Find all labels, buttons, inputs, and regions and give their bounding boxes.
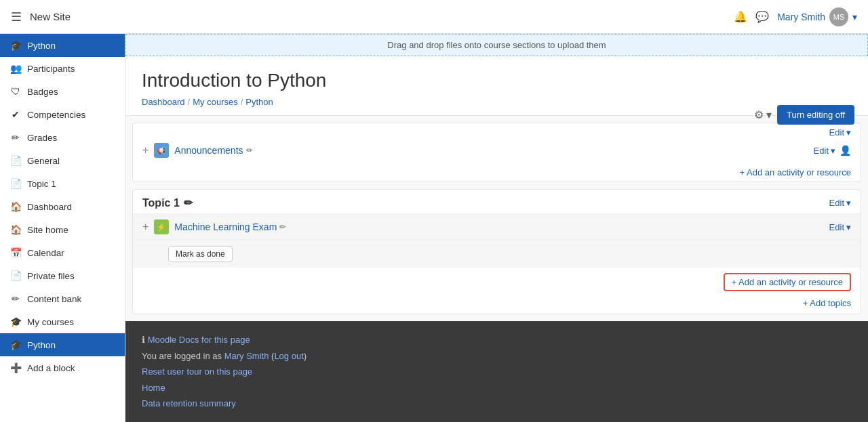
reset-tour-link[interactable]: Reset user tour on this page [142, 366, 252, 377]
forum-icon: 📢 [154, 143, 169, 158]
drag-banner-text: Drag and drop files onto course sections… [387, 40, 606, 50]
sidebar-item-content-bank[interactable]: ✏ Content bank [0, 287, 125, 310]
breadcrumb-sep-1: / [188, 97, 191, 107]
ml-exam-plus-icon[interactable]: + [142, 221, 149, 233]
course-title: Introduction to Python [142, 70, 852, 91]
file-icon: 📄 [9, 270, 22, 281]
announcements-add-activity-row: + Add an activity or resource [133, 163, 861, 182]
sidebar-item-my-courses[interactable]: 🎓 My courses [0, 310, 125, 333]
sidebar-item-competencies[interactable]: ✔ Competencies [0, 103, 125, 126]
gear-button[interactable]: ⚙ ▾ [754, 108, 772, 121]
sidebar-item-calendar[interactable]: 📅 Calendar [0, 241, 125, 264]
user-name: Mary Smith [777, 12, 825, 22]
sidebar-item-label: Site home [27, 225, 68, 235]
sidebar-item-label: General [27, 156, 60, 166]
topbar: ☰ New Site 🔔 💬 Mary Smith MS ▾ [0, 0, 868, 34]
breadcrumb-python[interactable]: Python [245, 97, 273, 107]
sidebar-item-label: Python [27, 41, 56, 51]
ml-exam-edit-label: Edit [829, 222, 844, 232]
sidebar-item-topic1[interactable]: 📄 Topic 1 [0, 172, 125, 195]
graduation-icon: 🎓 [9, 40, 22, 51]
bell-icon[interactable]: 🔔 [734, 10, 747, 23]
sidebar-item-label: Dashboard [27, 202, 72, 212]
python-icon: 🎓 [9, 339, 22, 350]
info-icon: ℹ [142, 335, 145, 345]
sidebar-item-python-top[interactable]: 🎓 Python [0, 34, 125, 57]
quiz-icon: ⚡ [154, 219, 169, 234]
sidebar-item-site-home[interactable]: 🏠 Site home [0, 218, 125, 241]
course-header-wrap: Introduction to Python Dashboard / My co… [125, 56, 868, 116]
moodle-docs-link[interactable]: Moodle Docs for this page [148, 335, 250, 345]
breadcrumb-my-courses[interactable]: My courses [193, 97, 237, 107]
announcements-item-edit-caret: ▾ [831, 146, 835, 156]
topic1-pencil-icon[interactable]: ✏ [184, 196, 193, 209]
topic1-edit-link[interactable]: Edit ▾ [829, 198, 851, 208]
drag-drop-banner: Drag and drop files onto course sections… [125, 34, 868, 56]
logged-in-prefix: You are logged in as [142, 351, 224, 361]
sidebar-item-dashboard[interactable]: 🏠 Dashboard [0, 195, 125, 218]
add-topics-link[interactable]: + Add topics [803, 298, 851, 308]
doc-icon: 📄 [9, 155, 22, 166]
topic1-add-activity-button[interactable]: + Add an activity or resource [724, 273, 851, 291]
announcements-add-activity-link[interactable]: + Add an activity or resource [740, 167, 851, 177]
participants-icon: 👥 [9, 63, 22, 74]
mark-done-button[interactable]: Mark as done [168, 246, 233, 262]
sidebar-item-python-bottom[interactable]: 🎓 Python [0, 333, 125, 356]
sidebar-item-grades[interactable]: ✏ Grades [0, 126, 125, 149]
topic1-section: Topic 1 ✏ Edit ▾ + ⚡ Machine Learning Ex… [132, 189, 861, 314]
announcements-item-edit-label: Edit [814, 146, 829, 156]
chat-icon[interactable]: 💬 [755, 10, 769, 23]
ml-exam-edit-caret: ▾ [846, 222, 851, 232]
announcements-item-edit-link[interactable]: Edit ▾ [814, 146, 835, 156]
site-name: New Site [30, 11, 734, 22]
sidebar-item-label: Content bank [27, 294, 81, 304]
home-link[interactable]: Home [142, 383, 165, 393]
footer-paren-close: ) [304, 351, 307, 361]
ml-exam-actions: Mark as done [133, 240, 861, 268]
topic1-add-activity-row: + Add an activity or resource [133, 268, 861, 295]
sidebar-item-participants[interactable]: 👥 Participants [0, 57, 125, 80]
footer-user-link[interactable]: Mary Smith [224, 351, 269, 361]
announcements-row: + 📢 Announcements ✏ Edit ▾ 👤 [133, 138, 861, 163]
sidebar-item-label: Badges [27, 87, 58, 97]
footer: ℹ Moodle Docs for this page You are logg… [125, 321, 868, 422]
sidebar-item-label: Participants [27, 64, 75, 74]
turn-editing-off-button[interactable]: Turn editing off [777, 105, 854, 125]
topbar-icons: 🔔 💬 Mary Smith MS ▾ [734, 7, 857, 26]
breadcrumb-sep-2: / [241, 97, 243, 107]
main-layout: 🎓 Python 👥 Participants 🛡 Badges ✔ Compe… [0, 34, 868, 422]
user-menu[interactable]: Mary Smith MS ▾ [777, 7, 857, 26]
sidebar-item-label: Topic 1 [27, 179, 56, 189]
topic1-edit-caret: ▾ [846, 198, 851, 208]
ml-exam-edit-link[interactable]: Edit ▾ [829, 222, 851, 232]
sidebar-item-badges[interactable]: 🛡 Badges [0, 80, 125, 103]
gear-icon: ⚙ [754, 109, 764, 121]
sidebar-item-label: Private files [27, 271, 75, 281]
announcements-user-icon[interactable]: 👤 [840, 145, 851, 156]
sidebar-item-label: Calendar [27, 248, 64, 258]
topic1-edit-label: Edit [829, 198, 844, 208]
user-caret-icon: ▾ [852, 12, 857, 22]
sidebar-item-add-block[interactable]: ➕ Add a block [0, 356, 125, 379]
footer-docs-line: ℹ Moodle Docs for this page [142, 333, 852, 347]
ml-exam-link[interactable]: Machine Learning Exam [174, 221, 277, 232]
logout-link[interactable]: Log out [274, 351, 303, 361]
announcements-plus-icon[interactable]: + [142, 144, 149, 156]
ml-exam-row: + ⚡ Machine Learning Exam ✏ Edit ▾ [133, 214, 861, 240]
announcements-edit-caret: ▾ [846, 127, 851, 138]
sidebar-item-label: Grades [27, 133, 57, 143]
announcements-link[interactable]: Announcements [174, 145, 243, 156]
data-retention-link[interactable]: Data retention summary [142, 398, 236, 408]
course-content: Edit ▾ + 📢 Announcements ✏ Edit ▾ [125, 123, 868, 314]
hamburger-icon[interactable]: ☰ [11, 9, 22, 24]
announcements-edit-top-link[interactable]: Edit ▾ [829, 127, 851, 138]
courses-icon: 🎓 [9, 316, 22, 327]
sidebar-item-label: Add a block [27, 363, 75, 373]
calendar-icon: 📅 [9, 247, 22, 258]
ml-exam-pencil-icon[interactable]: ✏ [279, 222, 286, 232]
sidebar-item-private-files[interactable]: 📄 Private files [0, 264, 125, 287]
pencil-icon: ✏ [9, 132, 22, 143]
breadcrumb-dashboard[interactable]: Dashboard [142, 97, 185, 107]
sidebar-item-general[interactable]: 📄 General [0, 149, 125, 172]
announcements-pencil-icon[interactable]: ✏ [246, 146, 253, 155]
